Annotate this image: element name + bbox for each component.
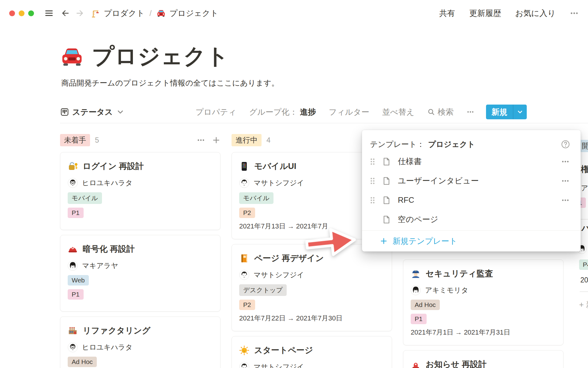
- factory-icon: [68, 326, 78, 336]
- titlebar-action[interactable]: 更新履歴: [469, 8, 501, 19]
- assignee-name: マサトシフジイ: [254, 362, 304, 368]
- assignee-name: アキミモリタ: [425, 285, 468, 295]
- close-window-button[interactable]: [9, 10, 15, 16]
- template-item[interactable]: ユーザーインタビュー: [362, 171, 581, 190]
- new-button[interactable]: 新規: [486, 105, 527, 119]
- book-icon: [239, 253, 249, 263]
- lock-icon: [68, 161, 78, 171]
- minimize-window-button[interactable]: [19, 10, 24, 16]
- new-button-dropdown[interactable]: [513, 105, 527, 119]
- drag-handle-icon[interactable]: [369, 195, 376, 205]
- maximize-window-button[interactable]: [28, 10, 34, 16]
- popup-title-value: プロジェクト: [428, 139, 475, 149]
- titlebar-action[interactable]: 共有: [439, 8, 455, 19]
- column-count: 4: [266, 136, 270, 144]
- sidebar-menu-icon[interactable]: [44, 9, 54, 18]
- edge-card-title-fragment: ハ: [582, 223, 588, 234]
- card-tag: P1: [411, 314, 427, 324]
- template-item[interactable]: RFC: [362, 190, 581, 210]
- drag-handle-icon[interactable]: [369, 176, 376, 186]
- dots-icon: [466, 108, 474, 116]
- drag-handle-icon[interactable]: [369, 157, 376, 167]
- column-status-badge[interactable]: 未着手: [60, 134, 90, 146]
- card-assignee: ヒロユキハラタ: [68, 342, 213, 352]
- edge-add-card[interactable]: + 新: [579, 299, 588, 310]
- column-add-icon[interactable]: [212, 136, 221, 144]
- new-button-label[interactable]: 新規: [486, 105, 513, 119]
- avatar-man: [239, 270, 249, 280]
- template-list: 仕様書ユーザーインタビューRFC空のページ: [362, 152, 581, 229]
- card-date: 2021年7月1日 → 2021年7月31日: [411, 328, 556, 337]
- assignee-name: マサトシフジイ: [254, 270, 304, 280]
- project-card[interactable]: ページ 再デザインマサトシフジイデスクトップP22021年7月22日 → 202…: [232, 244, 392, 331]
- notion-window: プロダクト/プロジェクト 共有更新履歴お気に入り プロジェクト 商品開発チームの…: [0, 0, 588, 368]
- template-item-menu-icon[interactable]: [561, 196, 570, 205]
- breadcrumb-item[interactable]: プロダクト: [91, 8, 145, 19]
- helmet-icon: [68, 244, 78, 254]
- project-card[interactable]: スタートページマサトシフジイ: [232, 336, 392, 368]
- page-icon: [382, 176, 391, 186]
- template-item[interactable]: 空のページ: [362, 210, 581, 229]
- column-header: 未着手5: [60, 134, 221, 147]
- page-icon: [382, 157, 391, 166]
- avatar-woman: [411, 285, 421, 295]
- toolbar-more-icon[interactable]: [466, 108, 474, 116]
- card-title: スタートページ: [239, 344, 384, 356]
- template-item-label: 空のページ: [398, 214, 438, 225]
- plus-icon: [380, 237, 388, 245]
- titlebar-action[interactable]: お気に入り: [515, 8, 556, 19]
- project-card[interactable]: リファクタリングヒロユキハラタAd HocP1: [60, 316, 221, 368]
- titlebar-actions: 共有更新履歴お気に入り: [439, 8, 579, 19]
- card-tag: P2: [239, 300, 255, 310]
- column-count: 5: [95, 136, 99, 144]
- assignee-name: マサトシフジイ: [254, 178, 304, 188]
- toolbar-item[interactable]: 並べ替え: [382, 107, 414, 117]
- template-item-label: 仕様書: [398, 156, 422, 167]
- template-item-menu-icon[interactable]: [561, 177, 570, 185]
- breadcrumb-separator: /: [149, 9, 152, 18]
- view-toolbar: ステータス プロパティグループ化：進捗フィルター並べ替え検索 新規: [0, 105, 588, 119]
- card-tag: Ad Hoc: [68, 357, 97, 367]
- card-title: ページ 再デザイン: [239, 252, 384, 264]
- avatar-man: [239, 362, 249, 368]
- toolbar-item[interactable]: フィルター: [329, 107, 369, 117]
- board-icon: [60, 107, 69, 117]
- forward-icon[interactable]: [75, 9, 84, 18]
- card-assignee: マサトシフジイ: [239, 270, 384, 280]
- column-menu-icon[interactable]: [197, 136, 205, 144]
- toolbar-item[interactable]: プロパティ: [195, 107, 236, 117]
- page-icon: [382, 215, 391, 224]
- view-selector[interactable]: ステータス: [60, 107, 125, 117]
- template-item-menu-icon[interactable]: [561, 157, 570, 166]
- card-date: 2021年7月22日 → 2021年7月30日: [239, 314, 384, 323]
- assignee-name: ヒロユキハラタ: [82, 178, 133, 188]
- back-icon[interactable]: [61, 9, 70, 18]
- more-icon[interactable]: [570, 9, 579, 18]
- avatar-man-glasses: [68, 178, 78, 188]
- card-title: リファクタリング: [68, 325, 213, 336]
- project-card[interactable]: ログイン 再設計ヒロユキハラタモバイルP1: [60, 152, 221, 230]
- page-head: プロジェクト 商品開発チームのプロジェクト情報の全てはここにあります。: [0, 26, 588, 88]
- column-status-badge[interactable]: 進行中: [232, 134, 262, 146]
- avatar-man-glasses: [68, 342, 78, 352]
- question-icon[interactable]: [561, 140, 570, 149]
- assignee-name: マキアラヤ: [82, 260, 118, 271]
- card-assignee: アキミモリタ: [411, 285, 556, 295]
- project-card[interactable]: 暗号化 再設計マキアラヤWebP1: [60, 235, 221, 312]
- avatar-woman: [68, 261, 78, 271]
- toolbar-search[interactable]: 検索: [427, 107, 454, 117]
- page-title: プロジェクト: [92, 42, 229, 71]
- edge-divider: [580, 219, 588, 220]
- card-assignee: ヒロユキハラタ: [68, 178, 213, 188]
- project-card[interactable]: セキュリティ監査アキミモリタAd HocP12021年7月1日 → 2021年7…: [403, 259, 564, 345]
- template-item[interactable]: 仕様書: [362, 152, 581, 171]
- board-column: 未着手5ログイン 再設計ヒロユキハラタモバイルP1暗号化 再設計マキアラヤWeb…: [60, 134, 221, 368]
- breadcrumb-item[interactable]: プロジェクト: [156, 8, 218, 19]
- new-template-button[interactable]: 新規テンプレート: [362, 230, 581, 251]
- toolbar-groupby[interactable]: グループ化：進捗: [249, 107, 316, 117]
- card-title: お知らせ 再設計: [411, 358, 556, 368]
- edge-text-fragment: ア: [581, 183, 588, 193]
- car-icon: [60, 44, 84, 68]
- project-card[interactable]: お知らせ 再設計: [403, 350, 564, 368]
- phone-icon: [239, 161, 249, 171]
